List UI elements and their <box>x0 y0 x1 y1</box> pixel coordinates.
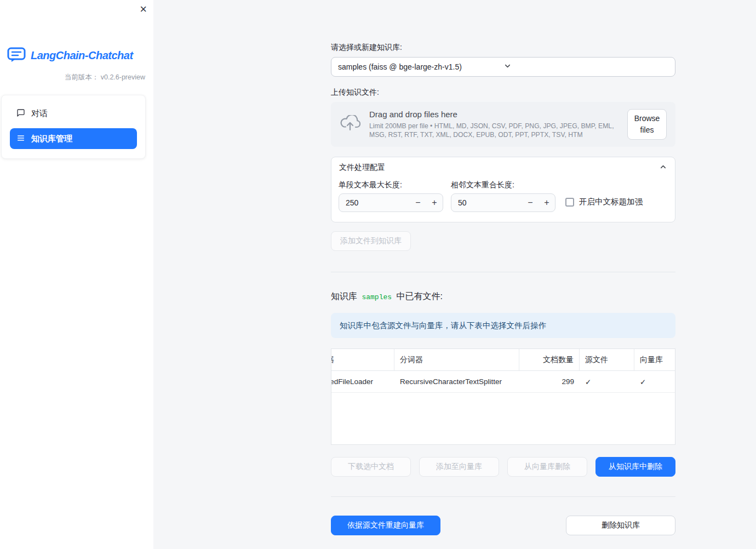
delete-from-kb-button[interactable]: 从知识库中删除 <box>595 457 675 477</box>
delete-from-vector-store-button[interactable]: 从向量库删除 <box>507 457 587 477</box>
overlap-label: 相邻文本重合长度: <box>451 179 555 190</box>
logo-text: LangChain-Chatchat <box>31 49 133 62</box>
file-config-expander-header[interactable]: 文件处理配置 <box>331 157 675 178</box>
files-table[interactable]: 文档加载器 分词器 文档数量 源文件 向量库 UnstructuredFileL… <box>331 348 675 445</box>
download-selected-button[interactable]: 下载选中文档 <box>331 457 411 477</box>
cell-doc-count: 299 <box>519 371 580 392</box>
kb-select[interactable]: samples (faiss @ bge-large-zh-v1.5) <box>331 57 675 77</box>
col-header-doc-count[interactable]: 文档数量 <box>519 349 580 370</box>
sidebar-menu: 对话 知识库管理 <box>1 95 146 159</box>
add-to-vector-store-button[interactable]: 添加至向量库 <box>419 457 499 477</box>
table-row[interactable]: UnstructuredFileLoader RecursiveCharacte… <box>331 371 675 393</box>
sidebar-close-icon[interactable]: × <box>140 2 147 16</box>
delete-kb-button[interactable]: 删除知识库 <box>566 516 675 535</box>
cell-loader: UnstructuredFileLoader <box>331 371 394 392</box>
kb-list-icon <box>16 134 25 144</box>
zh-title-enhance-group: 开启中文标题加强 <box>565 197 643 207</box>
uploader-hint: Limit 200MB per file • HTML, MD, JSON, C… <box>369 122 618 139</box>
expander-body: 单段文本最大长度: 250 − + 相邻文本重合长度: 50 − + <box>331 178 675 222</box>
sidebar-item-label: 对话 <box>31 108 48 119</box>
kb-select-value: samples (faiss @ bge-large-zh-v1.5) <box>338 62 503 71</box>
sidebar-item-label: 知识库管理 <box>31 134 72 144</box>
add-files-to-kb-button[interactable]: 添加文件到知识库 <box>331 231 411 251</box>
info-banner: 知识库中包含源文件与向量库，请从下表中选择文件后操作 <box>331 313 675 338</box>
sidebar-item-kb-management[interactable]: 知识库管理 <box>10 128 137 149</box>
main-area: 请选择或新建知识库: samples (faiss @ bge-large-zh… <box>153 0 756 549</box>
plus-button[interactable]: + <box>426 198 443 208</box>
cell-source-file-check: ✓ <box>580 371 634 392</box>
col-header-source-file[interactable]: 源文件 <box>580 349 634 370</box>
minus-button[interactable]: − <box>522 198 539 208</box>
uploader-texts: Drag and drop files here Limit 200MB per… <box>369 110 618 139</box>
cloud-upload-icon <box>340 115 360 134</box>
uploader-title: Drag and drop files here <box>369 110 618 119</box>
existing-prefix: 知识库 <box>331 291 357 301</box>
col-header-vector-store[interactable]: 向量库 <box>634 349 675 370</box>
cell-splitter: RecursiveCharacterTextSplitter <box>394 371 519 392</box>
expander-title: 文件处理配置 <box>339 163 659 173</box>
chevron-up-icon <box>659 163 667 173</box>
cell-vector-store-check: ✓ <box>634 371 675 392</box>
overlap-group: 相邻文本重合长度: 50 − + <box>451 179 555 212</box>
rebuild-vector-store-button[interactable]: 依据源文件重建向量库 <box>331 516 440 535</box>
minus-button[interactable]: − <box>410 198 426 208</box>
max-length-input[interactable]: 250 − + <box>339 193 443 212</box>
overlap-value[interactable]: 50 <box>458 198 522 207</box>
zh-title-enhance-label: 开启中文标题加强 <box>579 197 643 207</box>
existing-files-heading: 知识库 samples 中已有文件: <box>331 290 675 304</box>
app-logo: LangChain-Chatchat <box>7 47 153 64</box>
sidebar-item-dialogue[interactable]: 对话 <box>10 103 137 124</box>
chat-icon <box>16 108 25 119</box>
kb-select-label: 请选择或新建知识库: <box>331 42 675 53</box>
uploader-label: 上传知识文件: <box>331 87 675 98</box>
kb-name-code: samples <box>359 293 394 301</box>
browse-files-button[interactable]: Browse files <box>627 109 667 140</box>
col-header-loader[interactable]: 文档加载器 <box>331 349 394 370</box>
plus-button[interactable]: + <box>539 198 555 208</box>
sidebar: × LangChain-Chatchat 当前版本： v0.2.6-previe… <box>0 0 153 549</box>
divider <box>331 272 675 272</box>
zh-title-enhance-checkbox[interactable] <box>565 198 574 207</box>
existing-suffix: 中已有文件: <box>397 291 443 301</box>
file-uploader-dropzone[interactable]: Drag and drop files here Limit 200MB per… <box>331 102 675 147</box>
max-length-label: 单段文本最大长度: <box>339 179 443 190</box>
chevron-down-icon <box>503 62 669 72</box>
divider <box>331 496 675 497</box>
logo-chat-icon <box>7 47 26 64</box>
max-length-value[interactable]: 250 <box>346 198 410 207</box>
kb-actions-row: 依据源文件重建向量库 删除知识库 <box>331 516 675 535</box>
file-actions-row: 下载选中文档 添加至向量库 从向量库删除 从知识库中删除 <box>331 457 675 477</box>
file-config-expander: 文件处理配置 单段文本最大长度: 250 − + 相邻文 <box>331 157 675 222</box>
max-length-group: 单段文本最大长度: 250 − + <box>339 179 443 212</box>
table-header: 文档加载器 分词器 文档数量 源文件 向量库 <box>331 349 675 371</box>
version-label: 当前版本： v0.2.6-preview <box>0 73 153 82</box>
col-header-splitter[interactable]: 分词器 <box>394 349 519 370</box>
overlap-input[interactable]: 50 − + <box>451 193 555 212</box>
